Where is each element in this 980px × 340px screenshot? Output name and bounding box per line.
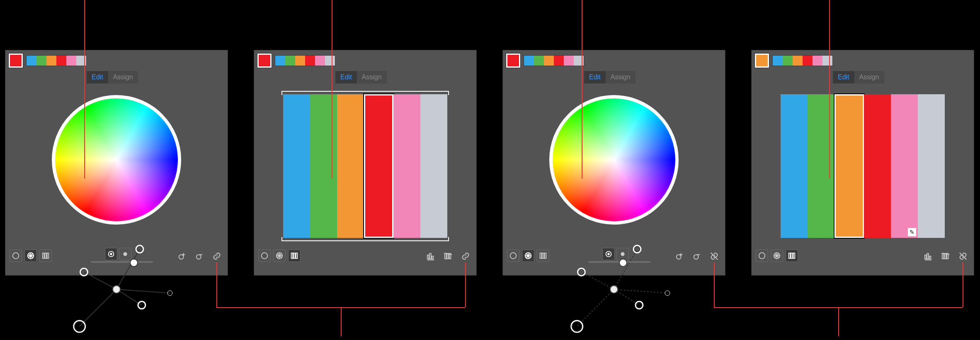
remove-color-icon[interactable]: [193, 249, 206, 263]
view-switcher: [10, 249, 52, 262]
color-bar[interactable]: [864, 94, 891, 238]
shuffle-sat-icon[interactable]: [922, 249, 935, 263]
circle-icon[interactable]: [258, 249, 271, 262]
mini-swatch[interactable]: [524, 56, 534, 66]
color-node[interactable]: [571, 320, 583, 332]
harmony-active-icon[interactable]: [105, 248, 117, 260]
tab-assign[interactable]: Assign: [108, 71, 138, 83]
color-wheel-icon[interactable]: [771, 249, 783, 262]
color-bar[interactable]: [364, 94, 393, 238]
unlink-icon[interactable]: [956, 249, 970, 263]
link-icon[interactable]: [459, 249, 472, 263]
tab-group: Edit Assign: [335, 71, 387, 83]
panel-footer: [10, 245, 223, 271]
brightness-slider[interactable]: [91, 261, 153, 263]
color-bar[interactable]: [781, 94, 808, 238]
center-node[interactable]: [113, 286, 120, 293]
mini-swatch[interactable]: [285, 56, 295, 66]
slider-thumb[interactable]: [619, 259, 627, 267]
brightness-slider[interactable]: [588, 261, 650, 263]
panel-header: [257, 54, 335, 68]
edit-badge-icon[interactable]: ✎: [908, 228, 916, 236]
circle-icon[interactable]: [756, 249, 768, 262]
mini-swatch[interactable]: [554, 56, 564, 66]
mini-swatch[interactable]: [822, 56, 832, 66]
svg-rect-43: [540, 253, 542, 259]
base-color-swatch[interactable]: [755, 54, 769, 68]
svg-point-41: [510, 253, 517, 259]
mini-swatch[interactable]: [534, 56, 544, 66]
color-wheel-icon[interactable]: [522, 249, 534, 262]
mini-swatch[interactable]: [315, 56, 325, 66]
shuffle-bright-icon[interactable]: [441, 249, 455, 263]
color-bar[interactable]: [808, 94, 834, 238]
base-color-swatch[interactable]: [257, 54, 272, 68]
mini-swatch[interactable]: [56, 56, 66, 66]
tab-edit[interactable]: Edit: [87, 71, 108, 83]
mini-swatch[interactable]: [36, 56, 46, 66]
color-bar[interactable]: [834, 94, 864, 238]
unlink-icon[interactable]: [708, 249, 721, 263]
circle-icon[interactable]: [507, 249, 519, 262]
mini-swatch[interactable]: [46, 56, 56, 66]
bars-icon[interactable]: [786, 249, 798, 262]
mini-swatch[interactable]: [275, 56, 285, 66]
mini-swatch[interactable]: [803, 56, 813, 66]
bars-icon[interactable]: [39, 249, 52, 262]
svg-point-49: [677, 254, 681, 259]
center-node[interactable]: [610, 286, 618, 293]
mini-swatch[interactable]: [305, 56, 315, 66]
color-bar[interactable]: [337, 94, 364, 238]
color-bar[interactable]: ✎: [891, 94, 918, 238]
mini-swatch[interactable]: [783, 56, 793, 66]
mini-swatch[interactable]: [27, 56, 36, 66]
tab-edit[interactable]: Edit: [584, 71, 606, 83]
mini-swatch[interactable]: [773, 56, 783, 66]
mini-swatch[interactable]: [66, 56, 76, 66]
bars-icon[interactable]: [537, 249, 549, 262]
circle-icon[interactable]: [10, 249, 22, 262]
add-color-icon[interactable]: [175, 249, 189, 263]
add-color-icon[interactable]: [673, 249, 686, 263]
color-bar[interactable]: [918, 94, 945, 238]
mini-swatch[interactable]: [813, 56, 822, 66]
mini-swatch[interactable]: [544, 56, 554, 66]
tab-assign[interactable]: Assign: [606, 71, 636, 83]
shuffle-bright-icon[interactable]: [939, 249, 952, 263]
base-color-swatch[interactable]: [506, 54, 520, 68]
mini-palette: [275, 55, 335, 66]
tab-edit[interactable]: Edit: [833, 71, 854, 83]
mini-swatch[interactable]: [295, 56, 305, 66]
mini-swatch[interactable]: [564, 56, 574, 66]
tab-assign[interactable]: Assign: [854, 71, 884, 83]
tab-assign[interactable]: Assign: [357, 71, 387, 83]
mini-swatch[interactable]: [325, 56, 335, 66]
tab-group: Edit Assign: [584, 71, 636, 83]
view-switcher: [756, 249, 798, 262]
color-bar[interactable]: [420, 94, 447, 238]
mini-swatch[interactable]: [793, 56, 803, 66]
shuffle-sat-icon[interactable]: [424, 249, 437, 263]
svg-rect-57: [927, 254, 929, 259]
base-color-swatch[interactable]: [9, 54, 23, 68]
color-node[interactable]: [74, 320, 85, 332]
svg-point-50: [694, 254, 699, 259]
bars-icon[interactable]: [288, 249, 301, 262]
svg-point-17: [123, 252, 127, 256]
mini-palette: [524, 55, 584, 66]
tab-edit[interactable]: Edit: [335, 71, 357, 83]
color-wheel-icon[interactable]: [24, 249, 37, 262]
svg-point-48: [621, 252, 624, 256]
svg-rect-26: [429, 254, 431, 259]
color-bar[interactable]: [283, 94, 310, 238]
color-wheel-icon[interactable]: [273, 249, 286, 262]
slider-thumb[interactable]: [130, 259, 138, 267]
color-wheel[interactable]: [549, 95, 679, 225]
color-bar[interactable]: [310, 94, 337, 238]
harmony-active-icon[interactable]: [602, 248, 615, 260]
harmony-all-icon[interactable]: [119, 248, 131, 260]
color-wheel[interactable]: [52, 95, 181, 225]
color-bar[interactable]: [393, 94, 420, 238]
link-icon[interactable]: [210, 249, 223, 263]
remove-color-icon[interactable]: [690, 249, 703, 263]
